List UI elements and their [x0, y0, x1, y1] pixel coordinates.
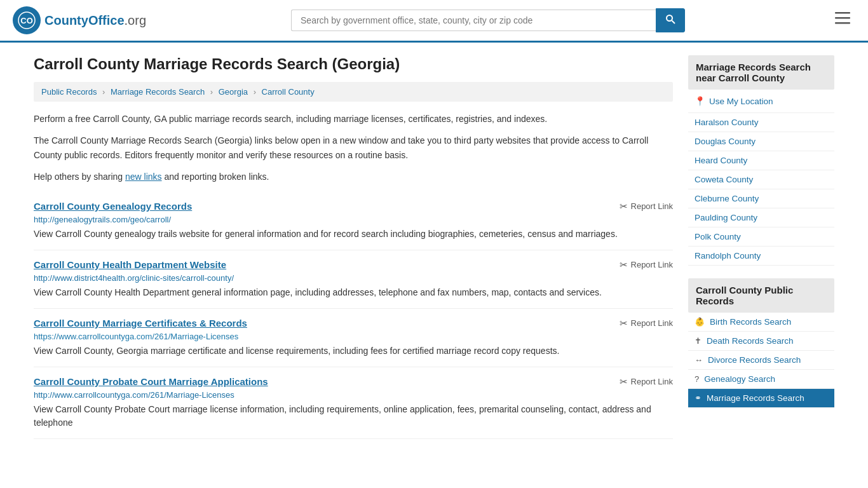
- report-link-icon: ✂: [620, 201, 628, 212]
- record-url: https://www.carrollcountyga.com/261/Marr…: [34, 332, 673, 341]
- search-input[interactable]: [291, 10, 656, 31]
- page-title: Carroll County Marriage Records Search (…: [34, 55, 673, 73]
- sidebar-nearby-title: Marriage Records Search near Carroll Cou…: [688, 55, 834, 90]
- douglas-county-link[interactable]: Douglas County: [695, 137, 756, 146]
- sidebar-item-randolph[interactable]: Randolph County: [688, 247, 834, 266]
- report-link-label: Report Link: [631, 318, 673, 328]
- record-url-link[interactable]: http://www.district4health.org/clinic-si…: [34, 273, 234, 283]
- report-link-btn[interactable]: ✂ Report Link: [620, 318, 673, 329]
- genealogy-icon: ?: [695, 374, 699, 384]
- report-link-label: Report Link: [631, 260, 673, 269]
- records-list: Carroll County Genealogy Records ✂ Repor…: [34, 192, 673, 439]
- divorce-records-link[interactable]: Divorce Records Search: [708, 355, 801, 365]
- death-records-icon: ✝: [695, 336, 702, 346]
- heard-county-link[interactable]: Heard County: [695, 156, 747, 165]
- breadcrumb-sep3: ›: [254, 87, 256, 97]
- main-content: Carroll County Marriage Records Search (…: [34, 55, 673, 439]
- coweta-county-link[interactable]: Coweta County: [695, 175, 753, 184]
- svg-text:CO: CO: [20, 16, 33, 25]
- record-desc: View Carroll County genealogy trails web…: [34, 227, 673, 241]
- record-url-link[interactable]: http://www.carrollcountyga.com/261/Marri…: [34, 390, 234, 400]
- sidebar-item-paulding[interactable]: Paulding County: [688, 208, 834, 227]
- genealogy-link[interactable]: Genealogy Search: [704, 374, 775, 384]
- death-records-link[interactable]: Death Records Search: [707, 336, 794, 346]
- record-desc: View Carroll County Health Department ge…: [34, 286, 673, 299]
- record-url-link[interactable]: https://www.carrollcountyga.com/261/Marr…: [34, 332, 238, 341]
- report-link-icon: ✂: [620, 318, 628, 329]
- sidebar-item-coweta[interactable]: Coweta County: [688, 170, 834, 189]
- breadcrumb-georgia[interactable]: Georgia: [219, 87, 248, 97]
- breadcrumb-public-records[interactable]: Public Records: [41, 87, 97, 97]
- report-link-label: Report Link: [631, 201, 673, 211]
- report-link-btn[interactable]: ✂ Report Link: [620, 376, 673, 388]
- sidebar-public-records-title: Carroll County Public Records: [688, 278, 834, 313]
- breadcrumb-sep2: ›: [210, 87, 213, 97]
- record-url: http://www.district4health.org/clinic-si…: [34, 273, 673, 283]
- report-link-btn[interactable]: ✂ Report Link: [620, 201, 673, 212]
- logo-icon: CO: [13, 6, 41, 34]
- sidebar-public-records-section: Carroll County Public Records 👶 Birth Re…: [688, 278, 834, 408]
- svg-point-2: [667, 15, 672, 21]
- search-area: [291, 8, 685, 32]
- sidebar-item-divorce-records[interactable]: ↔ Divorce Records Search: [688, 351, 834, 370]
- sidebar-item-douglas[interactable]: Douglas County: [688, 132, 834, 151]
- report-link-btn[interactable]: ✂ Report Link: [620, 259, 673, 271]
- report-link-icon: ✂: [620, 259, 628, 271]
- sidebar-item-cleburne[interactable]: Cleburne County: [688, 189, 834, 208]
- haralson-county-link[interactable]: Haralson County: [695, 118, 759, 127]
- report-link-icon: ✂: [620, 376, 628, 388]
- content-wrapper: Carroll County Marriage Records Search (…: [21, 43, 847, 452]
- breadcrumb-marriage-records[interactable]: Marriage Records Search: [111, 87, 205, 97]
- record-desc: View Carroll County Probate Court marria…: [34, 403, 673, 430]
- record-item: Carroll County Probate Court Marriage Ap…: [34, 367, 673, 439]
- record-item: Carroll County Genealogy Records ✂ Repor…: [34, 192, 673, 250]
- polk-county-link[interactable]: Polk County: [695, 232, 741, 241]
- sidebar-item-heard[interactable]: Heard County: [688, 151, 834, 170]
- record-url: http://www.carrollcountyga.com/261/Marri…: [34, 390, 673, 400]
- svg-line-3: [672, 21, 675, 24]
- sidebar-item-death-records[interactable]: ✝ Death Records Search: [688, 332, 834, 351]
- record-item-header: Carroll County Health Department Website…: [34, 259, 673, 271]
- record-item: Carroll County Health Department Website…: [34, 250, 673, 309]
- svg-rect-4: [835, 12, 850, 14]
- birth-records-icon: 👶: [695, 317, 705, 327]
- menu-button[interactable]: [830, 10, 855, 31]
- sidebar-use-location[interactable]: 📍 Use My Location: [688, 90, 834, 113]
- record-item-header: Carroll County Marriage Certificates & R…: [34, 318, 673, 329]
- intro-paragraph-1: Perform a free Carroll County, GA public…: [34, 112, 673, 126]
- record-item-header: Carroll County Genealogy Records ✂ Repor…: [34, 201, 673, 212]
- cleburne-county-link[interactable]: Cleburne County: [695, 194, 759, 203]
- search-button[interactable]: [656, 8, 685, 32]
- marriage-records-link[interactable]: Marriage Records Search: [707, 393, 804, 403]
- record-title[interactable]: Carroll County Health Department Website: [34, 259, 226, 270]
- svg-rect-5: [835, 17, 850, 19]
- report-link-label: Report Link: [631, 377, 673, 386]
- record-title[interactable]: Carroll County Genealogy Records: [34, 201, 192, 212]
- sidebar-item-polk[interactable]: Polk County: [688, 227, 834, 247]
- logo-area: CO CountyOffice.org: [13, 6, 146, 34]
- randolph-county-link[interactable]: Randolph County: [695, 251, 761, 261]
- header: CO CountyOffice.org: [0, 0, 868, 43]
- location-pin-icon: 📍: [695, 96, 705, 106]
- sidebar-item-marriage-records[interactable]: ⚭ Marriage Records Search: [688, 389, 834, 408]
- breadcrumb-carroll-county[interactable]: Carroll County: [262, 87, 315, 97]
- record-item: Carroll County Marriage Certificates & R…: [34, 309, 673, 367]
- record-desc: View Carroll County, Georgia marriage ce…: [34, 344, 673, 358]
- new-links-link[interactable]: new links: [125, 172, 162, 182]
- logo-text: CountyOffice.org: [44, 13, 146, 28]
- paulding-county-link[interactable]: Paulding County: [695, 213, 757, 222]
- record-title[interactable]: Carroll County Probate Court Marriage Ap…: [34, 376, 268, 387]
- record-title[interactable]: Carroll County Marriage Certificates & R…: [34, 318, 247, 329]
- intro-paragraph-2: The Carroll County Marriage Records Sear…: [34, 133, 673, 162]
- sidebar-nearby-section: Marriage Records Search near Carroll Cou…: [688, 55, 834, 266]
- birth-records-link[interactable]: Birth Records Search: [710, 317, 791, 327]
- sidebar-item-genealogy[interactable]: ? Genealogy Search: [688, 370, 834, 389]
- use-my-location-link[interactable]: Use My Location: [709, 97, 773, 106]
- record-url-link[interactable]: http://genealogytrails.com/geo/carroll/: [34, 215, 171, 224]
- record-item-header: Carroll County Probate Court Marriage Ap…: [34, 376, 673, 388]
- sidebar-item-birth-records[interactable]: 👶 Birth Records Search: [688, 313, 834, 332]
- breadcrumb: Public Records › Marriage Records Search…: [34, 82, 673, 102]
- record-url: http://genealogytrails.com/geo/carroll/: [34, 215, 673, 224]
- marriage-records-icon: ⚭: [695, 393, 702, 403]
- sidebar-item-haralson[interactable]: Haralson County: [688, 113, 834, 132]
